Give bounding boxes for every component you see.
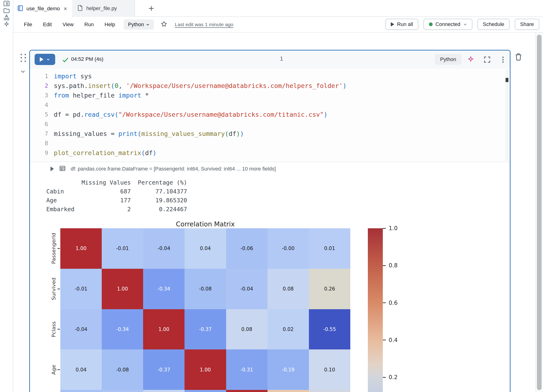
assistant-sparkle-icon[interactable] <box>3 21 10 28</box>
code-line[interactable]: 2sys.path.insert(0, '/Workspace/Users/us… <box>30 81 510 91</box>
cell-drag-handle[interactable] <box>21 54 27 63</box>
tab-helper-file[interactable]: helper_file.py <box>73 0 135 17</box>
folder-icon[interactable] <box>3 7 10 14</box>
menu-edit[interactable]: Edit <box>37 20 57 29</box>
play-icon <box>40 57 44 62</box>
heatmap-row-partial <box>60 390 350 392</box>
assistant-sparkle-icon[interactable] <box>467 56 475 64</box>
heatmap-cell: -0.08 <box>102 349 143 390</box>
menu-run[interactable]: Run <box>79 20 99 29</box>
play-icon <box>391 22 394 26</box>
heatmap-row: -0.04-0.341.00-0.370.080.02-0.55 <box>60 309 350 350</box>
cell-index: 1 <box>277 56 286 62</box>
last-edit-link[interactable]: Last edit was 1 minute ago <box>175 22 233 27</box>
code-line[interactable]: 3from helper_file import * <box>30 91 510 100</box>
colorbar-tick-label: 1.0 <box>389 225 397 232</box>
y-axis-label: Survived <box>51 278 57 300</box>
schedule-button[interactable]: Schedule <box>478 19 510 30</box>
line-number: 7 <box>30 130 48 137</box>
chevron-down-icon <box>46 57 50 61</box>
heatmap-row: 1.00-0.01-0.040.04-0.06-0.000.01 <box>60 228 350 269</box>
heatmap-cell: -0.08 <box>185 269 226 309</box>
heatmap-cell: -0.34 <box>143 269 185 309</box>
delete-cell-icon[interactable] <box>514 52 523 62</box>
run-cell-button[interactable] <box>35 54 55 65</box>
line-number: 1 <box>30 73 48 80</box>
axis-tick <box>57 248 60 249</box>
colorbar-tick-label: 0.4 <box>389 337 397 343</box>
colorbar-tick <box>383 265 386 266</box>
cell-run-timestamp: 04:52 PM (4s) <box>71 56 103 62</box>
colorbar-tick-label: 0.8 <box>389 262 397 269</box>
collapse-cell-icon[interactable] <box>20 68 26 76</box>
heatmap-cell <box>226 390 267 392</box>
editor-scrollbar[interactable] <box>505 70 509 161</box>
cell-language-badge[interactable]: Python <box>435 54 461 65</box>
connected-label: Connected <box>436 21 460 27</box>
new-tab-button[interactable] <box>140 0 163 17</box>
language-selector[interactable]: Python <box>124 19 154 30</box>
run-all-label: Run all <box>397 21 413 27</box>
heatmap-cell <box>60 390 102 392</box>
code-line[interactable]: 8 <box>30 138 510 148</box>
schedule-label: Schedule <box>483 21 504 27</box>
shapes-icon[interactable] <box>3 14 10 21</box>
favorite-star-icon[interactable] <box>160 21 167 28</box>
page-scrollbar[interactable] <box>536 33 543 392</box>
run-all-button[interactable]: Run all <box>385 19 418 30</box>
editor-scrollbar-thumb[interactable] <box>506 78 508 82</box>
expand-triangle-icon[interactable] <box>51 166 54 171</box>
heatmap-cell: -0.55 <box>309 309 350 350</box>
code-line[interactable]: 6 <box>30 119 510 129</box>
heatmap-cell: 0.04 <box>185 228 226 269</box>
menu-help[interactable]: Help <box>99 20 120 29</box>
cluster-connected-dropdown[interactable]: Connected <box>424 19 472 30</box>
line-number: 3 <box>30 92 48 99</box>
heatmap-cell: 0.08 <box>267 269 309 309</box>
share-label: Share <box>520 21 534 27</box>
left-rail <box>0 0 13 392</box>
heatmap-cell: -0.19 <box>267 349 309 390</box>
heatmap-row: 0.04-0.08-0.371.00-0.31-0.190.10 <box>60 349 350 390</box>
line-number: 9 <box>30 149 48 156</box>
code-line[interactable]: 9plot_correlation_matrix(df) <box>30 148 510 158</box>
notebook-cell[interactable]: 04:52 PM (4s) 1 Python 1import sys2sys.p… <box>29 50 510 392</box>
colorbar-tick-label: 0.2 <box>389 374 397 381</box>
close-tab-icon[interactable]: × <box>64 6 67 12</box>
axis-tick <box>57 369 60 370</box>
kebab-menu-icon[interactable] <box>499 56 507 64</box>
stdout-text-output: Missing Values Percentage (%) Cabin 687 … <box>46 178 187 214</box>
y-axis-label: Pclass <box>51 321 57 337</box>
heatmap-cell: 1.00 <box>60 228 102 269</box>
heatmap-cell <box>309 390 350 392</box>
page-scrollbar-thumb[interactable] <box>537 35 542 390</box>
heatmap-cell <box>102 390 143 392</box>
table-of-contents-icon[interactable] <box>3 0 10 7</box>
tab-use-file-demo[interactable]: use_file_demo × <box>13 0 73 17</box>
heatmap-cell: 0.01 <box>309 228 350 269</box>
heatmap-cell: 1.00 <box>102 269 143 309</box>
line-number: 2 <box>30 82 48 89</box>
fullscreen-icon[interactable] <box>483 56 491 64</box>
colorbar-tick <box>383 340 386 340</box>
code-line[interactable]: 4 <box>30 100 510 110</box>
colorbar-tick <box>383 377 386 378</box>
code-line[interactable]: 5df = pd.read_csv("/Workspace/Users/user… <box>30 110 510 119</box>
share-button[interactable]: Share <box>515 19 539 30</box>
code-line[interactable]: 1import sys <box>30 71 510 81</box>
code-editor[interactable]: 1import sys2sys.path.insert(0, '/Workspa… <box>30 68 510 162</box>
code-line[interactable]: 7missing_values = print(missing_values_s… <box>30 129 510 138</box>
chevron-down-icon <box>463 23 467 26</box>
tab-label: use_file_demo <box>26 6 60 12</box>
cell-header: 04:52 PM (4s) 1 Python <box>30 51 510 68</box>
heatmap-cell: -0.01 <box>102 228 143 269</box>
axis-tick <box>57 329 60 330</box>
cell-output-divider <box>30 162 510 162</box>
file-icon <box>77 5 84 12</box>
dataframe-summary-row: df: pandas.core.frame.DataFrame = [Passe… <box>30 164 510 174</box>
chevron-down-icon <box>146 23 150 26</box>
menu-file[interactable]: File <box>18 20 37 29</box>
heatmap-cell: -0.37 <box>185 309 226 350</box>
run-success-check-icon <box>62 56 69 65</box>
menu-view[interactable]: View <box>57 20 79 29</box>
